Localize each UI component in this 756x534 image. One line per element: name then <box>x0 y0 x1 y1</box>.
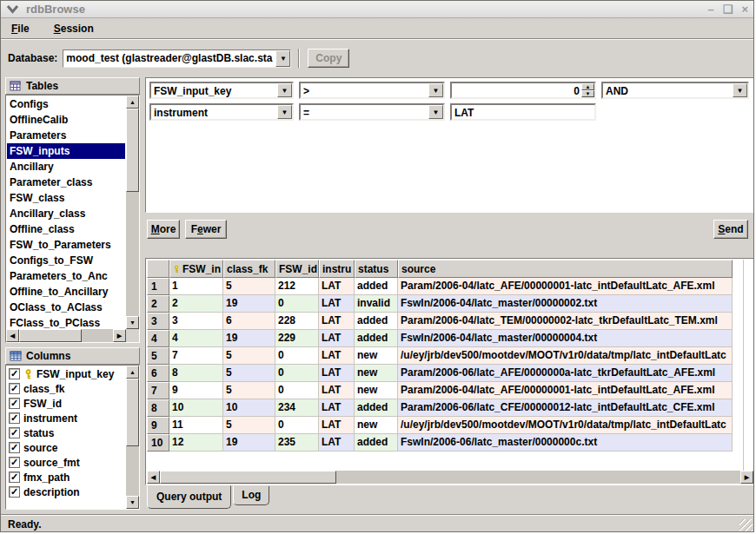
table-cell[interactable]: invalid <box>355 295 398 313</box>
scrollbar-thumb[interactable] <box>160 471 336 484</box>
table-cell[interactable]: Param/2006-04/latc_AFE/00000001-latc_int… <box>398 278 733 295</box>
table-cell[interactable]: Param/2006-04/latc_TEM/00000002-latc_tkr… <box>398 313 733 330</box>
scroll-down-icon[interactable]: ▼ <box>126 316 139 329</box>
field-select-1[interactable]: FSW_input_key ▼ <box>149 82 294 99</box>
sidebar-item-offline_class[interactable]: Offline_class <box>7 221 125 237</box>
maximize-icon[interactable]: ❑ <box>723 3 733 15</box>
row-number[interactable]: 6 <box>147 365 169 382</box>
sidebar-item-oclass_to_aclass[interactable]: OClass_to_AClass <box>7 300 125 315</box>
table-cell[interactable]: 0 <box>275 347 319 365</box>
operator-select-1[interactable]: > ▼ <box>299 82 445 99</box>
column-item-source_fmt[interactable]: ✓source_fmt <box>7 455 125 470</box>
table-cell[interactable]: 10 <box>223 399 275 417</box>
column-header-class_fk[interactable]: class_fk <box>223 260 275 278</box>
sidebar-item-parameters_to_anc[interactable]: Parameters_to_Anc <box>7 268 125 284</box>
checkbox-icon[interactable]: ✓ <box>9 368 20 379</box>
scroll-right-icon[interactable]: ▶ <box>113 329 126 342</box>
window-menu-chevron-icon[interactable] <box>6 4 19 14</box>
table-cell[interactable]: new <box>355 417 398 434</box>
scrollbar-thumb[interactable] <box>126 109 139 192</box>
table-cell[interactable]: FswIn/2006-04/latc_master/00000002.txt <box>398 295 733 313</box>
row-number[interactable]: 2 <box>147 295 169 313</box>
table-cell[interactable]: added <box>355 434 398 452</box>
table-row[interactable]: 7950LATnewParam/2006-04/latc_AFE/0000000… <box>147 382 743 399</box>
sidebar-item-fsw_inputs[interactable]: FSW_inputs <box>7 143 125 159</box>
table-cell[interactable]: added <box>355 278 398 295</box>
send-button[interactable]: Send <box>713 220 748 239</box>
sidebar-item-ancillary[interactable]: Ancillary <box>7 159 125 175</box>
table-cell[interactable]: 19 <box>223 330 275 347</box>
sidebar-item-ancillary_class[interactable]: Ancillary_class <box>7 206 125 221</box>
table-cell[interactable]: LAT <box>319 313 355 330</box>
scroll-right-icon[interactable]: ▶ <box>740 471 753 484</box>
table-row[interactable]: 22190LATinvalidFswIn/2006-04/latc_master… <box>147 295 743 313</box>
table-cell[interactable]: 5 <box>223 347 275 365</box>
table-cell[interactable]: 0 <box>275 382 319 399</box>
column-header-instru[interactable]: instru <box>319 260 355 278</box>
table-cell[interactable]: FswIn/2006-06/latc_master/0000000c.txt <box>398 434 733 452</box>
table-cell[interactable]: 5 <box>223 365 275 382</box>
table-cell[interactable]: LAT <box>319 399 355 417</box>
checkbox-icon[interactable]: ✓ <box>9 486 20 498</box>
dropdown-arrow-icon[interactable]: ▼ <box>428 83 443 97</box>
table-cell[interactable]: 4 <box>169 330 223 347</box>
table-cell[interactable]: LAT <box>319 434 355 452</box>
table-cell[interactable]: 1 <box>169 278 223 295</box>
tables-horizontal-scrollbar[interactable]: ◀ ▶ <box>6 329 126 342</box>
table-cell[interactable]: 3 <box>169 313 223 330</box>
table-cell[interactable]: added <box>355 313 398 330</box>
row-number[interactable]: 5 <box>147 347 169 365</box>
column-header-fsw_in[interactable]: FSW_in <box>169 260 223 278</box>
dropdown-arrow-icon[interactable]: ▼ <box>277 83 292 97</box>
table-cell[interactable]: 5 <box>223 417 275 434</box>
column-header-status[interactable]: status <box>355 260 398 278</box>
fewer-button[interactable]: Fewer <box>185 220 227 239</box>
sidebar-item-configs[interactable]: Configs <box>7 96 125 112</box>
table-cell[interactable]: Param/2006-06/latc_CFE/00000012-latc_int… <box>398 399 733 417</box>
table-cell[interactable]: 19 <box>223 295 275 313</box>
more-button[interactable]: More <box>147 220 180 239</box>
value-spinner-1-value[interactable]: 0 <box>452 83 581 97</box>
column-item-fsw_id[interactable]: ✓FSW_id <box>7 396 125 411</box>
table-cell[interactable]: new <box>355 382 398 399</box>
sidebar-item-configs_to_fsw[interactable]: Configs_to_FSW <box>7 253 125 268</box>
table-cell[interactable]: added <box>355 330 398 347</box>
dropdown-arrow-icon[interactable]: ▼ <box>277 105 292 119</box>
column-item-instrument[interactable]: ✓instrument <box>7 411 125 425</box>
tab-log[interactable]: Log <box>233 486 269 505</box>
table-row[interactable]: 91150LATnew/u/ey/jrb/dev500/mootdev/MOOT… <box>147 417 743 434</box>
table-cell[interactable]: Param/2006-04/latc_AFE/00000001-latc_int… <box>398 382 733 399</box>
results-vertical-scrollbar[interactable] <box>743 260 753 471</box>
table-cell[interactable]: 235 <box>275 434 319 452</box>
table-cell[interactable]: 12 <box>169 434 223 452</box>
checkbox-icon[interactable]: ✓ <box>9 398 20 409</box>
checkbox-icon[interactable]: ✓ <box>9 427 20 438</box>
table-row[interactable]: 336228LATaddedParam/2006-04/latc_TEM/000… <box>147 313 743 330</box>
table-cell[interactable]: 0 <box>275 295 319 313</box>
table-cell[interactable]: 2 <box>169 295 223 313</box>
table-row[interactable]: 101219235LATaddedFswIn/2006-06/latc_mast… <box>147 434 743 452</box>
column-item-fsw_input_key[interactable]: ✓FSW_input_key <box>7 366 125 381</box>
table-cell[interactable]: 0 <box>275 365 319 382</box>
sidebar-item-fclass_to_pclass[interactable]: FClass_to_PClass <box>7 315 125 328</box>
scrollbar-thumb[interactable] <box>126 379 139 446</box>
sidebar-item-parameters[interactable]: Parameters <box>7 128 125 143</box>
operator-select-2[interactable]: = ▼ <box>299 103 445 121</box>
table-cell[interactable]: LAT <box>319 365 355 382</box>
value-input-2[interactable]: LAT <box>450 103 596 121</box>
columns-vertical-scrollbar[interactable]: ▲ ▼ <box>126 366 139 509</box>
scroll-down-icon[interactable]: ▼ <box>126 496 139 509</box>
dropdown-arrow-icon[interactable]: ▼ <box>428 105 443 119</box>
checkbox-icon[interactable]: ✓ <box>9 457 20 468</box>
table-cell[interactable]: LAT <box>319 295 355 313</box>
row-number[interactable]: 4 <box>147 330 169 347</box>
tables-vertical-scrollbar[interactable]: ▲ ▼ <box>126 96 139 329</box>
table-cell[interactable]: added <box>355 399 398 417</box>
column-item-description[interactable]: ✓description <box>7 485 125 499</box>
menu-file[interactable]: File <box>11 23 30 35</box>
table-row[interactable]: 115212LATaddedParam/2006-04/latc_AFE/000… <box>147 278 743 295</box>
table-cell[interactable]: 11 <box>169 417 223 434</box>
column-item-source[interactable]: ✓source <box>7 440 125 455</box>
table-cell[interactable]: 228 <box>275 313 319 330</box>
checkbox-icon[interactable]: ✓ <box>9 383 20 394</box>
